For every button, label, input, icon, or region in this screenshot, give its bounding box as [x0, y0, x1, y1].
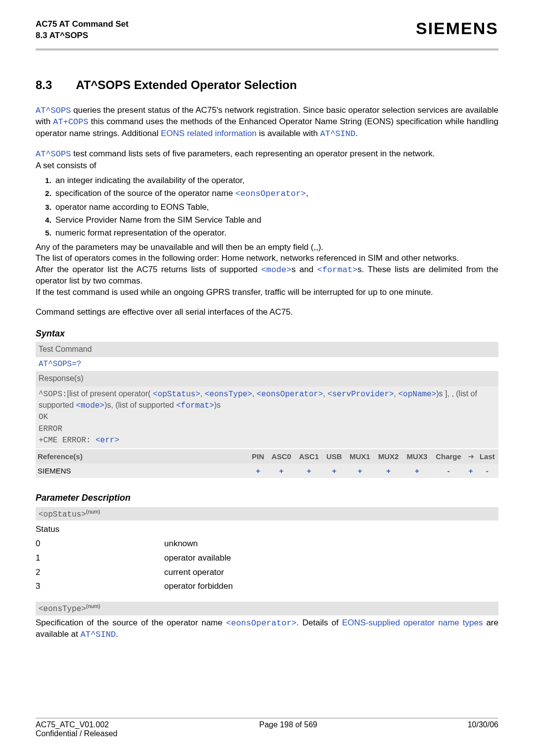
syntax-testcmd-label: Test Command: [36, 342, 498, 357]
ref-cell: -: [476, 464, 498, 478]
status-key-0: 0: [36, 537, 164, 551]
status-val-1: operator available: [164, 553, 231, 563]
param-eonstype-sup: (num): [86, 603, 100, 609]
footer-doc-id: AC75_ATC_V01.002: [36, 720, 109, 729]
after-notes: Any of the parameters may be unavailable…: [36, 242, 498, 298]
airplane-icon: [468, 451, 473, 456]
status-key-1: 1: [36, 551, 164, 566]
ref-cell: +: [403, 464, 432, 478]
ref-cell: -: [431, 464, 465, 478]
link-at-sops-2[interactable]: AT^SOPS: [36, 149, 71, 159]
ref-cell: +: [323, 464, 346, 478]
ref-cell: +: [249, 464, 267, 478]
status-label: Status: [36, 522, 498, 537]
section-heading: 8.3 AT^SOPS Extended Operator Selection: [36, 50, 498, 92]
link-at-sind-2[interactable]: AT^SIND: [81, 630, 116, 639]
page-footer: AC75_ATC_V01.002 Page 198 of 569 10/30/0…: [36, 718, 498, 738]
syntax-heading: Syntax: [36, 329, 498, 339]
ref-cell: +: [267, 464, 295, 478]
ref-col-asc0: ASC0: [267, 449, 295, 464]
footer-date: 10/30/06: [468, 720, 498, 729]
steps-list: an integer indicating the availability o…: [53, 174, 498, 240]
step-4: Service Provider Name from the SIM Servi…: [53, 214, 498, 227]
status-key-2: 2: [36, 566, 164, 580]
link-mode-2[interactable]: <mode>: [76, 401, 105, 410]
ref-cell: +: [466, 464, 476, 478]
step-5: numeric format representation of the ope…: [53, 227, 498, 239]
ref-col-usb: USB: [323, 449, 346, 464]
syntax-response-label: Response(s): [36, 371, 498, 386]
syntax-error: ERROR: [39, 425, 62, 433]
link-at-sind[interactable]: AT^SIND: [320, 129, 355, 139]
link-eonstype[interactable]: <eonsType>: [205, 390, 252, 399]
param-heading: Parameter Description: [36, 493, 498, 503]
footer-page: Page 198 of 569: [259, 720, 317, 729]
ref-col-mux2: MUX2: [374, 449, 403, 464]
section-cmd-title: Extended Operator Selection: [134, 78, 297, 92]
section-cmd: AT^SOPS: [76, 78, 131, 92]
ref-cell: +: [295, 464, 323, 478]
ref-col-mux1: MUX1: [346, 449, 374, 464]
syntax-response-body: ^SOPS:[list of present operator( <opStat…: [36, 386, 498, 448]
intro-paragraph-2: AT^SOPS test command lists sets of five …: [36, 148, 498, 171]
ref-col-asc1: ASC1: [295, 449, 323, 464]
step-3: operator name according to EONS Table,: [53, 201, 498, 214]
ref-cell: +: [346, 464, 374, 478]
syntax-at-line: AT^SOPS=?: [36, 357, 498, 371]
ref-col-references: Reference(s): [36, 449, 249, 464]
status-key-3: 3: [36, 579, 164, 594]
param-eonstype: <eonsType>(num) Specification of the sou…: [36, 602, 498, 640]
link-eonsoperator[interactable]: <eonsOperator>: [235, 189, 306, 198]
link-eons-types[interactable]: EONS-supplied operator name types: [342, 618, 483, 627]
ref-col-pin: PIN: [249, 449, 267, 464]
ref-cell: +: [374, 464, 403, 478]
status-val-2: current operator: [164, 567, 224, 577]
footer-confidential: Confidential / Released: [36, 729, 498, 738]
ref-col-mux3: MUX3: [403, 449, 432, 464]
ref-col-airplane: [466, 449, 476, 464]
link-eonsoperator-3[interactable]: <eonsOperator>: [226, 618, 297, 628]
link-servprovider[interactable]: <servProvider>: [327, 390, 394, 399]
param-opstatus-sup: (num): [86, 509, 100, 515]
doc-title: AC75 AT Command Set: [36, 19, 129, 30]
intro-paragraph-1: AT^SOPS queries the present status of th…: [36, 105, 498, 140]
link-format-2[interactable]: <format>: [176, 401, 214, 410]
link-at-sops[interactable]: AT^SOPS: [36, 106, 71, 115]
ref-row-siemens: SIEMENS: [36, 464, 249, 478]
syntax-block: Test Command AT^SOPS=? Response(s) ^SOPS…: [36, 342, 498, 477]
effective-note: Command settings are effective over all …: [36, 307, 498, 318]
step-2: specification of the source of the opera…: [53, 187, 498, 200]
link-eons-info[interactable]: EONS related information: [161, 129, 257, 138]
link-format[interactable]: <format>: [317, 265, 357, 275]
link-opstatus[interactable]: <opStatus>: [153, 390, 200, 399]
ref-col-last: Last: [476, 449, 498, 464]
section-number: 8.3: [36, 78, 52, 92]
param-opstatus-name: <opStatus>: [39, 510, 86, 519]
link-at-cops[interactable]: AT+COPS: [53, 117, 88, 127]
doc-subtitle: 8.3 AT^SOPS: [36, 30, 129, 42]
ref-col-charge: Charge: [431, 449, 465, 464]
link-eonsoperator-2[interactable]: <eonsOperator>: [257, 390, 323, 399]
status-val-3: operator forbidden: [164, 581, 233, 591]
syntax-ok: OK: [39, 413, 48, 422]
brand-logo: SIEMENS: [416, 19, 498, 38]
link-err[interactable]: <err>: [95, 436, 119, 445]
link-mode[interactable]: <mode>: [261, 265, 291, 275]
step-1: an integer indicating the availability o…: [53, 174, 498, 187]
param-eonstype-name: <eonsType>: [39, 605, 86, 614]
status-val-0: unknown: [164, 539, 198, 548]
link-opname[interactable]: <opName>: [398, 390, 436, 399]
param-opstatus: <opStatus>(num) Status 0unknown 1operato…: [36, 507, 498, 594]
reference-table: Reference(s) PIN ASC0 ASC1 USB MUX1 MUX2…: [36, 449, 498, 478]
